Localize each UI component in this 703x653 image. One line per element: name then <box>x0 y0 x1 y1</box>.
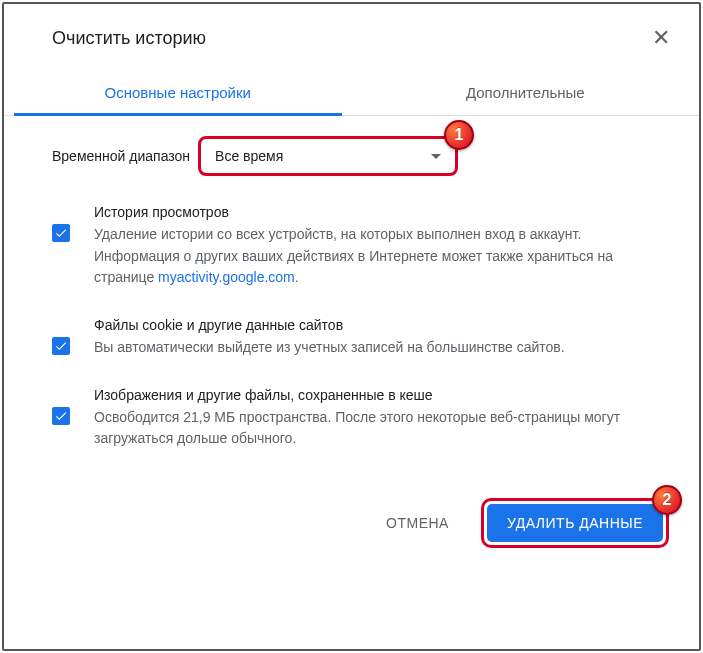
dialog-header: Очистить историю ✕ <box>4 4 699 70</box>
close-icon: ✕ <box>652 27 670 49</box>
tab-basic[interactable]: Основные настройки <box>4 70 352 115</box>
time-range-label: Временной диапазон <box>52 148 190 164</box>
chevron-down-icon <box>431 154 441 159</box>
dialog-content: Временной диапазон Все время 1 История п… <box>4 116 699 488</box>
time-range-select[interactable]: Все время <box>198 136 458 176</box>
annotation-badge-2: 2 <box>652 485 682 515</box>
tabs: Основные настройки Дополнительные <box>4 70 699 116</box>
option-description: Вы автоматически выйдете из учетных запи… <box>94 337 651 359</box>
annotation-badge-1: 1 <box>444 120 474 150</box>
option-title: История просмотров <box>94 204 651 220</box>
checkbox-browsing-history[interactable] <box>52 224 70 242</box>
time-range-row: Временной диапазон Все время 1 <box>52 136 651 176</box>
option-description: Освободится 21,9 МБ пространства. После … <box>94 407 651 450</box>
option-title: Файлы cookie и другие данные сайтов <box>94 317 651 333</box>
close-button[interactable]: ✕ <box>647 24 675 52</box>
checkbox-cookies[interactable] <box>52 337 70 355</box>
myactivity-link[interactable]: myactivity.google.com <box>158 269 295 285</box>
clear-data-button[interactable]: УДАЛИТЬ ДАННЫЕ <box>487 504 663 542</box>
check-icon <box>54 409 68 423</box>
check-icon <box>54 339 68 353</box>
option-cache: Изображения и другие файлы, сохраненные … <box>52 387 651 450</box>
option-browsing-history: История просмотров Удаление истории со в… <box>52 204 651 289</box>
option-title: Изображения и другие файлы, сохраненные … <box>94 387 651 403</box>
cancel-button[interactable]: ОТМЕНА <box>366 505 469 541</box>
primary-button-highlight: УДАЛИТЬ ДАННЫЕ 2 <box>481 498 669 548</box>
time-range-select-wrap: Все время 1 <box>198 136 458 176</box>
checkbox-cache[interactable] <box>52 407 70 425</box>
time-range-value: Все время <box>215 148 283 164</box>
option-cookies: Файлы cookie и другие данные сайтов Вы а… <box>52 317 651 359</box>
dialog-title: Очистить историю <box>52 28 206 49</box>
option-description: Удаление истории со всех устройств, на к… <box>94 224 651 289</box>
check-icon <box>54 226 68 240</box>
clear-browsing-data-dialog: Очистить историю ✕ Основные настройки До… <box>4 4 699 566</box>
dialog-footer: ОТМЕНА УДАЛИТЬ ДАННЫЕ 2 <box>4 488 699 566</box>
tab-advanced[interactable]: Дополнительные <box>352 70 700 115</box>
